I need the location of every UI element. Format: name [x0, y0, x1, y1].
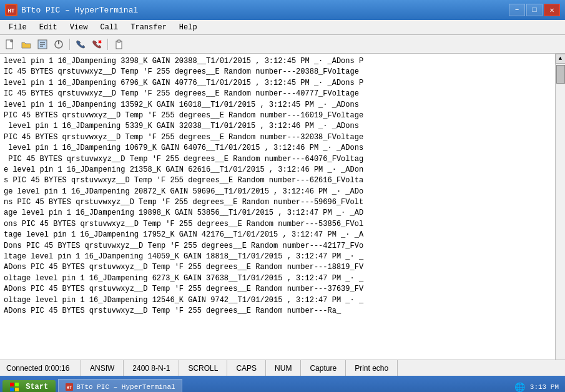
menu-transfer[interactable]: Transfer [124, 20, 173, 34]
app-icon: HT [5, 4, 17, 16]
toolbar-sep-2 [107, 39, 108, 50]
menu-bar: File Edit View Call Transfer Help [0, 20, 565, 35]
taskbar-network-icon: 🌐 [514, 382, 525, 393]
scrollbar-thumb[interactable] [556, 65, 565, 84]
svg-rect-15 [10, 388, 14, 391]
title-bar: HT BTto PIC – HyperTerminal – □ ✕ [0, 0, 565, 20]
toolbar-open[interactable] [19, 37, 34, 51]
close-button[interactable]: ✕ [544, 4, 560, 16]
terminal-output[interactable]: level pin 1 16_JDampening 3398_K GAIN 20… [0, 54, 555, 360]
status-capture[interactable]: Capture [301, 360, 346, 376]
status-bar: Connected 0:00:16 ANSIW 2400 8-N-1 SCROL… [0, 360, 565, 376]
menu-edit[interactable]: Edit [33, 20, 64, 34]
window-controls[interactable]: – □ ✕ [509, 4, 560, 16]
title-bar-left: HT BTto PIC – HyperTerminal [5, 4, 138, 16]
window-title: BTto PIC – HyperTerminal [21, 6, 138, 15]
svg-text:HT: HT [8, 8, 15, 14]
svg-rect-13 [10, 383, 14, 386]
taskbar-time: 3:13 PM [530, 383, 559, 391]
start-button[interactable]: Start [2, 380, 56, 392]
toolbar-new[interactable] [2, 37, 17, 51]
svg-rect-12 [117, 40, 120, 42]
status-encoding: ANSIW [81, 360, 124, 376]
toolbar [0, 35, 565, 54]
menu-view[interactable]: View [64, 20, 94, 34]
svg-text:HT: HT [67, 385, 72, 390]
minimize-button[interactable]: – [509, 4, 525, 16]
taskbar: Start HT BTto PIC – HyperTerminal 🌐 3:13… [0, 376, 565, 392]
status-caps[interactable]: CAPS [227, 360, 266, 376]
toolbar-connect[interactable] [51, 37, 66, 51]
menu-file[interactable]: File [2, 20, 33, 34]
toolbar-paste[interactable] [111, 37, 126, 51]
maximize-button[interactable]: □ [526, 4, 543, 16]
svg-rect-14 [15, 383, 19, 386]
taskbar-right: 🌐 3:13 PM [514, 382, 563, 393]
toolbar-properties[interactable] [35, 37, 50, 51]
terminal-container: level pin 1 16_JDampening 3398_K GAIN 20… [0, 54, 565, 360]
scroll-up-arrow[interactable]: ▲ [556, 54, 566, 64]
status-scroll[interactable]: SCROLL [179, 360, 227, 376]
svg-rect-16 [15, 388, 19, 391]
status-baud: 2400 8-N-1 [124, 360, 179, 376]
taskbar-hyperterminal[interactable]: HT BTto PIC – HyperTerminal [58, 379, 182, 392]
status-connected: Connected 0:00:16 [0, 360, 81, 376]
menu-call[interactable]: Call [94, 20, 124, 34]
scrollbar-vertical[interactable]: ▲ [555, 54, 565, 360]
toolbar-disconnect[interactable] [89, 37, 104, 51]
status-num[interactable]: NUM [266, 360, 301, 376]
status-print-echo[interactable]: Print echo [346, 360, 398, 376]
menu-help[interactable]: Help [173, 20, 204, 34]
toolbar-dial[interactable] [73, 37, 88, 51]
toolbar-sep-1 [69, 39, 70, 50]
